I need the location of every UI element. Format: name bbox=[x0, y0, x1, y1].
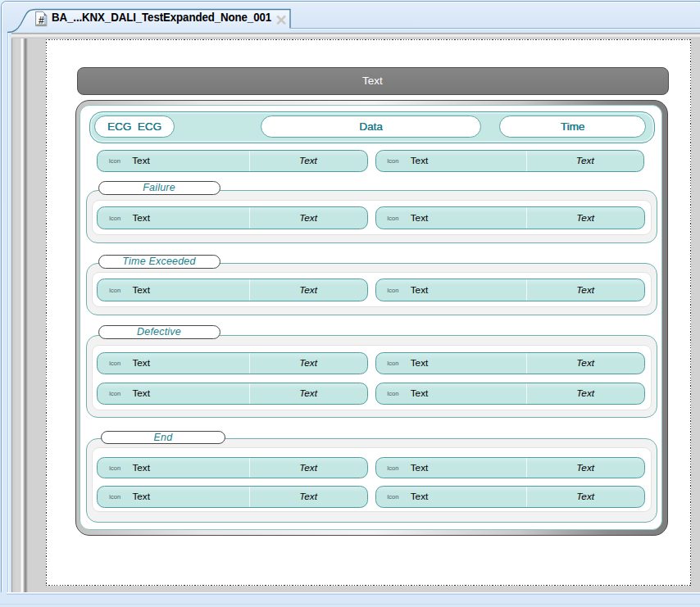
svg-text:#: # bbox=[39, 15, 44, 26]
